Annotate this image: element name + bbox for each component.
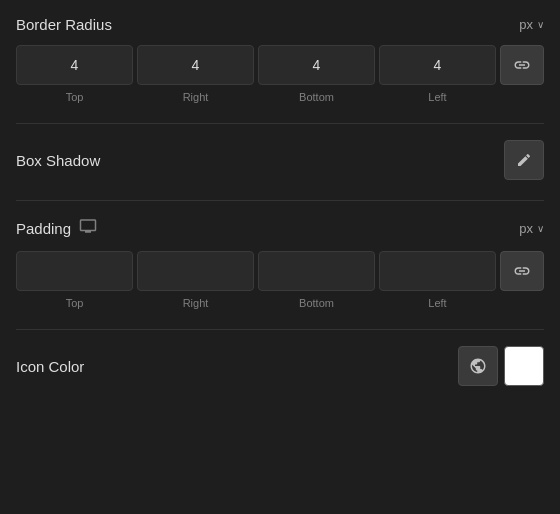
padding-bottom-field[interactable] <box>259 263 374 279</box>
border-radius-unit-selector[interactable]: px ∨ <box>519 17 544 32</box>
padding-bottom-input[interactable] <box>258 251 375 291</box>
padding-title: Padding <box>16 220 71 237</box>
padding-top-input[interactable] <box>16 251 133 291</box>
padding-right-label: Right <box>137 297 254 309</box>
border-radius-link-button[interactable] <box>500 45 544 85</box>
divider-1 <box>16 123 544 124</box>
border-radius-top-field[interactable] <box>17 57 132 73</box>
padding-header: Padding px ∨ <box>16 217 544 239</box>
padding-unit-selector[interactable]: px ∨ <box>519 221 544 236</box>
padding-labels-row: Top Right Bottom Left <box>16 297 544 309</box>
border-radius-left-input[interactable] <box>379 45 496 85</box>
border-radius-bottom-label: Bottom <box>258 91 375 103</box>
border-radius-top-input[interactable] <box>16 45 133 85</box>
padding-inputs-row <box>16 251 544 291</box>
globe-icon <box>469 357 487 375</box>
border-radius-left-label: Left <box>379 91 496 103</box>
box-shadow-edit-button[interactable] <box>504 140 544 180</box>
padding-left-field[interactable] <box>380 263 495 279</box>
box-shadow-title: Box Shadow <box>16 152 100 169</box>
padding-header-left: Padding <box>16 217 97 239</box>
border-radius-left-field[interactable] <box>380 57 495 73</box>
padding-bottom-label: Bottom <box>258 297 375 309</box>
link-icon-2 <box>513 262 531 280</box>
border-radius-section: Border Radius px ∨ <box>16 16 544 103</box>
border-radius-labels-row: Top Right Bottom Left <box>16 91 544 103</box>
edit-icon <box>516 152 532 168</box>
icon-color-section: Icon Color <box>16 346 544 386</box>
padding-link-button[interactable] <box>500 251 544 291</box>
box-shadow-section: Box Shadow <box>16 140 544 180</box>
padding-right-field[interactable] <box>138 263 253 279</box>
divider-2 <box>16 200 544 201</box>
padding-top-label: Top <box>16 297 133 309</box>
border-radius-top-label: Top <box>16 91 133 103</box>
icon-color-controls <box>458 346 544 386</box>
border-radius-title: Border Radius <box>16 16 112 33</box>
border-radius-inputs-row <box>16 45 544 85</box>
border-radius-right-label: Right <box>137 91 254 103</box>
padding-chevron-icon: ∨ <box>537 223 544 234</box>
padding-right-input[interactable] <box>137 251 254 291</box>
icon-color-row: Icon Color <box>16 346 544 386</box>
border-radius-bottom-field[interactable] <box>259 57 374 73</box>
monitor-icon <box>79 217 97 239</box>
padding-left-label: Left <box>379 297 496 309</box>
panel: Border Radius px ∨ <box>0 0 560 422</box>
divider-3 <box>16 329 544 330</box>
icon-color-globe-button[interactable] <box>458 346 498 386</box>
icon-color-title: Icon Color <box>16 358 84 375</box>
border-radius-right-field[interactable] <box>138 57 253 73</box>
border-radius-chevron-icon: ∨ <box>537 19 544 30</box>
padding-unit-label: px <box>519 221 533 236</box>
box-shadow-header: Box Shadow <box>16 140 544 180</box>
padding-left-input[interactable] <box>379 251 496 291</box>
padding-top-field[interactable] <box>17 263 132 279</box>
border-radius-bottom-input[interactable] <box>258 45 375 85</box>
border-radius-unit-label: px <box>519 17 533 32</box>
padding-section: Padding px ∨ <box>16 217 544 309</box>
border-radius-header: Border Radius px ∨ <box>16 16 544 33</box>
link-icon <box>513 56 531 74</box>
icon-color-swatch[interactable] <box>504 346 544 386</box>
border-radius-right-input[interactable] <box>137 45 254 85</box>
